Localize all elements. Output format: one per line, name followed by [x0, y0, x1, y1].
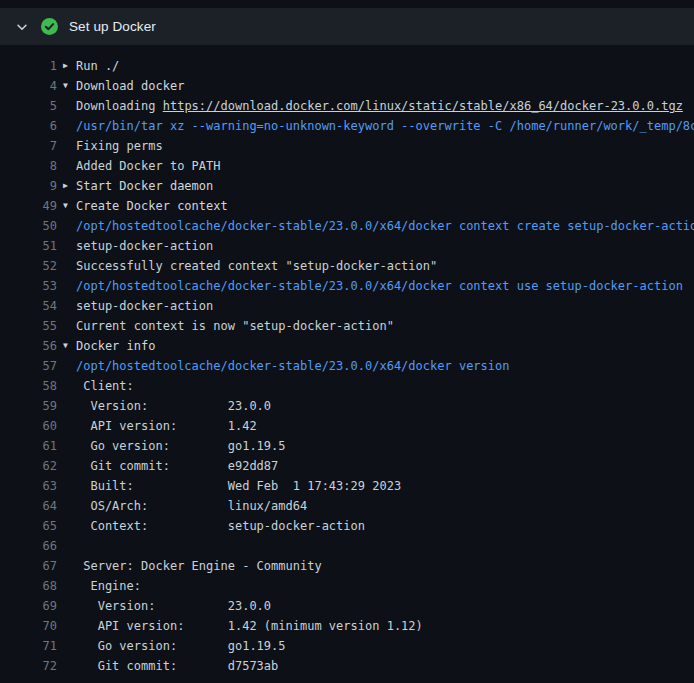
line-number[interactable]: 6: [0, 116, 57, 136]
log-line: 72 Git commit: d7573ab: [0, 656, 694, 676]
group-expanded-icon[interactable]: ▼: [63, 76, 76, 96]
log-segment: Current context is now "setup-docker-act…: [76, 319, 394, 333]
log-segment: Git commit: d7573ab: [76, 659, 278, 673]
line-number[interactable]: 64: [0, 496, 57, 516]
log-text: Create Docker context: [76, 196, 694, 216]
line-number[interactable]: 66: [0, 536, 57, 556]
line-number[interactable]: 51: [0, 236, 57, 256]
log-line: 56▼Docker info: [0, 336, 694, 356]
log-segment: /opt/hostedtoolcache/docker-stable/23.0.…: [76, 219, 694, 233]
log-line: 6/usr/bin/tar xz --warning=no-unknown-ke…: [0, 116, 694, 136]
line-number[interactable]: 4: [0, 76, 57, 96]
log-segment: API version: 1.42 (minimum version 1.12): [76, 619, 423, 633]
line-number[interactable]: 56: [0, 336, 57, 356]
actions-log-viewer: Set up Docker 1▶Run ./4▼Download docker5…: [0, 0, 694, 683]
log-line: 57/opt/hostedtoolcache/docker-stable/23.…: [0, 356, 694, 376]
log-text: Downloading https://download.docker.com/…: [76, 96, 694, 116]
log-text: Git commit: d7573ab: [76, 656, 694, 676]
log-link[interactable]: https://download.docker.com/linux/static…: [163, 99, 683, 113]
step-title: Set up Docker: [69, 19, 156, 34]
group-collapsed-icon[interactable]: ▶: [63, 56, 76, 76]
log-segment: Engine:: [76, 579, 141, 593]
log-line: 59 Version: 23.0.0: [0, 396, 694, 416]
log-text: Context: setup-docker-action: [76, 516, 694, 536]
line-number[interactable]: 50: [0, 216, 57, 236]
line-number[interactable]: 9: [0, 176, 57, 196]
group-expanded-icon[interactable]: ▼: [63, 336, 76, 356]
line-number[interactable]: 5: [0, 96, 57, 116]
log-line: 60 API version: 1.42: [0, 416, 694, 436]
log-text: Client:: [76, 376, 694, 396]
log-segment: Git commit: e92dd87: [76, 459, 278, 473]
line-number[interactable]: 58: [0, 376, 57, 396]
log-segment: Context: setup-docker-action: [76, 519, 365, 533]
log-line: 64 OS/Arch: linux/amd64: [0, 496, 694, 516]
log-text: API version: 1.42 (minimum version 1.12): [76, 616, 694, 636]
line-number[interactable]: 59: [0, 396, 57, 416]
log-line: 49▼Create Docker context: [0, 196, 694, 216]
log-line: 71 Go version: go1.19.5: [0, 636, 694, 656]
chevron-down-icon[interactable]: [14, 19, 30, 35]
line-number[interactable]: 72: [0, 656, 57, 676]
log-segment: Downloading: [76, 99, 163, 113]
line-number[interactable]: 67: [0, 556, 57, 576]
line-number[interactable]: 68: [0, 576, 57, 596]
group-expanded-icon[interactable]: ▼: [63, 196, 76, 216]
line-number[interactable]: 61: [0, 436, 57, 456]
line-number[interactable]: 55: [0, 316, 57, 336]
log-text: Built: Wed Feb 1 17:43:29 2023: [76, 476, 694, 496]
log-segment: /opt/hostedtoolcache/docker-stable/23.0.…: [76, 279, 683, 293]
success-check-icon: [41, 18, 58, 35]
log-segment: Fixing perms: [76, 139, 163, 153]
log-segment: /opt/hostedtoolcache/docker-stable/23.0.…: [76, 359, 509, 373]
line-number[interactable]: 70: [0, 616, 57, 636]
line-number[interactable]: 71: [0, 636, 57, 656]
log-segment: setup-docker-action: [76, 299, 213, 313]
log-line: 67 Server: Docker Engine - Community: [0, 556, 694, 576]
log-line: 61 Go version: go1.19.5: [0, 436, 694, 456]
log-line: 65 Context: setup-docker-action: [0, 516, 694, 536]
line-number[interactable]: 54: [0, 296, 57, 316]
log-segment: OS/Arch: linux/amd64: [76, 499, 307, 513]
log-line: 69 Version: 23.0.0: [0, 596, 694, 616]
log-segment: Server: Docker Engine - Community: [76, 559, 322, 573]
log-segment: Added Docker to PATH: [76, 159, 221, 173]
log-line: 4▼Download docker: [0, 76, 694, 96]
log-text: OS/Arch: linux/amd64: [76, 496, 694, 516]
line-number[interactable]: 49: [0, 196, 57, 216]
line-number[interactable]: 60: [0, 416, 57, 436]
step-header[interactable]: Set up Docker: [0, 8, 694, 45]
log-line: 66: [0, 536, 694, 556]
log-text: Run ./: [76, 56, 694, 76]
log-text: Go version: go1.19.5: [76, 636, 694, 656]
line-number[interactable]: 7: [0, 136, 57, 156]
log-line: 62 Git commit: e92dd87: [0, 456, 694, 476]
log-text: Added Docker to PATH: [76, 156, 694, 176]
log-line: 5Downloading https://download.docker.com…: [0, 96, 694, 116]
log-segment: Built: Wed Feb 1 17:43:29 2023: [76, 479, 401, 493]
log-text: /opt/hostedtoolcache/docker-stable/23.0.…: [76, 216, 694, 236]
line-number[interactable]: 57: [0, 356, 57, 376]
line-number[interactable]: 53: [0, 276, 57, 296]
log-segment: Start Docker daemon: [76, 179, 213, 193]
log-text: /opt/hostedtoolcache/docker-stable/23.0.…: [76, 356, 694, 376]
group-collapsed-icon[interactable]: ▶: [63, 176, 76, 196]
log-line: 51setup-docker-action: [0, 236, 694, 256]
log-line: 8Added Docker to PATH: [0, 156, 694, 176]
line-number[interactable]: 8: [0, 156, 57, 176]
log-segment: API version: 1.42: [76, 419, 257, 433]
line-number[interactable]: 69: [0, 596, 57, 616]
line-number[interactable]: 62: [0, 456, 57, 476]
log-text: setup-docker-action: [76, 236, 694, 256]
line-number[interactable]: 52: [0, 256, 57, 276]
log-segment: /usr/bin/tar xz --warning=no-unknown-key…: [76, 119, 694, 133]
log-segment: Docker info: [76, 339, 155, 353]
log-line: 9▶Start Docker daemon: [0, 176, 694, 196]
log-text: Download docker: [76, 76, 694, 96]
line-number[interactable]: 63: [0, 476, 57, 496]
log-text: Docker info: [76, 336, 694, 356]
log-body: 1▶Run ./4▼Download docker5Downloading ht…: [0, 45, 694, 676]
log-text: /opt/hostedtoolcache/docker-stable/23.0.…: [76, 276, 694, 296]
line-number[interactable]: 1: [0, 56, 57, 76]
line-number[interactable]: 65: [0, 516, 57, 536]
